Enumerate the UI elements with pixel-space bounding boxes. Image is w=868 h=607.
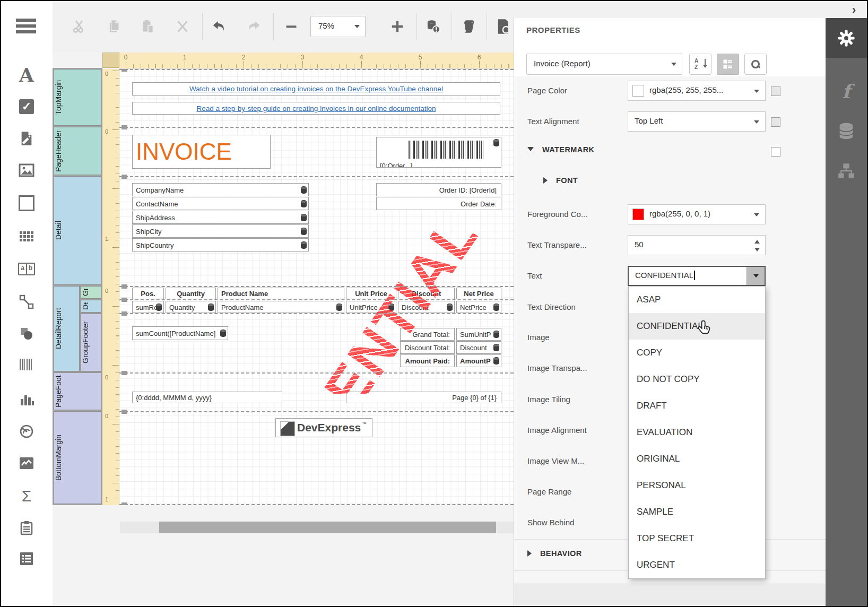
horizontal-scrollbar[interactable] [120,522,514,533]
validate-bindings-icon[interactable] [422,15,445,38]
dropdown-item-personal[interactable]: PERSONAL [629,472,765,499]
discount-total-label[interactable]: Discount Total: [400,341,455,354]
watermark-section-header[interactable]: WATERMARK [527,145,594,154]
redo-icon[interactable] [242,15,265,38]
dropdown-item-do-not-copy[interactable]: DO NOT COPY [629,366,765,393]
chart-icon[interactable] [18,391,36,409]
table-header-quantity[interactable]: Quantity [166,288,216,299]
band-separator[interactable] [119,504,514,505]
scripts-icon[interactable] [457,15,480,38]
grand-total-label[interactable]: Grand Total: [400,328,455,341]
panel-icon[interactable] [18,194,36,212]
dropdown-item-evaluation[interactable]: EVALUATION [629,419,765,446]
page-number-label[interactable]: Page {0} of {1} [346,392,501,403]
band-detailreport[interactable]: DetailReport [54,286,80,371]
behavior-section-header[interactable]: BEHAVIOR [527,549,582,558]
page-info-icon[interactable] [18,519,36,537]
band-separator[interactable] [119,176,514,177]
dropdown-item-copy[interactable]: COPY [629,340,765,366]
field-companyname[interactable]: CompanyName [132,183,309,196]
subreport-icon[interactable] [18,550,36,568]
field-contactname[interactable]: ContactName [132,197,309,210]
table-header-pos[interactable]: Pos. [132,288,164,299]
band-groupfooter[interactable]: GroupFooter [81,314,101,371]
picture-box-icon[interactable] [18,161,36,179]
text-transparency-spinner[interactable]: 50 [628,235,766,255]
line-icon[interactable] [18,293,36,311]
tab-field-list[interactable] [826,111,867,151]
scrollbar-thumb[interactable] [159,522,496,533]
dropdown-item-top-secret[interactable]: TOP SECRET [629,525,765,552]
delete-icon[interactable] [171,15,194,38]
cut-icon[interactable] [67,15,91,38]
font-section-header[interactable]: FONT [543,176,578,185]
band-separator[interactable] [119,313,514,314]
grand-total-value[interactable]: SumUnitP [456,328,501,341]
dropdown-item-asap[interactable]: ASAP [629,287,765,313]
band-separator[interactable] [119,411,514,412]
gauge-icon[interactable] [18,422,36,440]
rich-text-icon[interactable] [18,129,36,148]
band-pagefooter[interactable]: PageFooter [54,372,101,410]
devexpress-logo[interactable]: DevExpress ™ [275,418,372,437]
dropdown-item-original[interactable]: ORIGINAL [629,446,765,472]
text-alignment-checkbox[interactable] [771,117,780,127]
field-shipaddress[interactable]: ShipAddress [132,211,309,224]
object-selector[interactable]: Invoice (Report) [526,54,682,75]
band-separator[interactable] [119,299,514,300]
discount-total-value[interactable]: Discount [456,341,501,354]
field-orderid[interactable]: Order ID: [OrderId] [376,183,501,196]
character-comb-icon[interactable]: ab [18,260,36,278]
paste-icon[interactable] [136,15,160,38]
sparkline-icon[interactable] [18,454,36,472]
table-header-unitprice[interactable]: Unit Price [346,288,396,299]
field-orderdate[interactable]: Order Date: [376,197,501,210]
dropdown-item-draft[interactable]: DRAFT [629,393,765,419]
tab-properties[interactable] [826,18,867,58]
band-groupheader[interactable]: GroupHeader [81,286,101,299]
summary-icon[interactable]: Σ [18,487,36,505]
barcode-icon[interactable] [18,355,36,374]
band-topmargin[interactable]: TopMargin [54,69,101,126]
report-page[interactable]: CONFIDENTIAL Watch a video tutorial on c… [119,69,514,505]
watermark-checkbox[interactable] [771,147,780,157]
table-cell-pos[interactable]: sumRec [132,301,164,313]
amount-paid-label[interactable]: Amount Paid: [400,354,455,367]
foreground-color-select[interactable]: rgba(255, 0, 0, 1) [628,204,766,224]
documentation-link[interactable]: Read a step-by-step guide on creating in… [132,102,500,115]
field-shipcountry[interactable]: ShipCountry [132,238,309,252]
band-separator[interactable] [119,286,514,287]
dropdown-item-urgent[interactable]: URGENT [629,552,765,578]
dropdown-item-sample[interactable]: SAMPLE [629,499,765,525]
table-cell-quantity[interactable]: Quantity [166,301,216,313]
zoom-level-select[interactable]: 75% [310,16,366,37]
dropdown-item-confidential[interactable]: CONFIDENTIAL [629,313,765,340]
check-box-icon[interactable]: ✓ [18,98,36,116]
table-header-netprice[interactable]: Net Price [456,288,501,299]
page-color-select[interactable]: rgba(255, 255, 255... [628,81,766,101]
table-cell-unitprice[interactable]: UnitPrice [346,301,396,313]
band-separator[interactable] [119,372,514,374]
table-header-productname[interactable]: Product Name [218,288,344,299]
table-cell-discount[interactable]: Discount [398,301,455,313]
band-detail1[interactable]: Detail [81,300,101,313]
band-detail[interactable]: Detail [54,176,101,285]
table-cell-productname[interactable]: ProductName [218,301,344,313]
table-icon[interactable] [18,227,36,245]
undo-icon[interactable] [207,15,231,38]
menu-icon[interactable] [16,19,36,34]
copy-icon[interactable] [102,15,125,38]
preview-icon[interactable] [492,15,515,38]
page-date-label[interactable]: {0:dddd, MMMM d, yyyy} [132,392,282,403]
collapse-panel-icon[interactable]: › [852,3,856,17]
search-properties-button[interactable] [744,54,767,75]
zoom-in-icon[interactable] [386,15,409,38]
amount-paid-value[interactable]: AmountP [456,354,501,367]
watermark-text-combobox[interactable]: CONFIDENTIAL [628,266,766,286]
text-alignment-select[interactable]: Top Left [628,111,766,132]
group-summary-label[interactable]: sumCount([ProductName] [132,326,228,340]
band-separator[interactable] [119,127,514,128]
table-cell-netprice[interactable]: NetPrice [456,301,501,313]
spinner-arrows-icon[interactable] [753,239,761,253]
zoom-out-icon[interactable] [280,15,303,38]
